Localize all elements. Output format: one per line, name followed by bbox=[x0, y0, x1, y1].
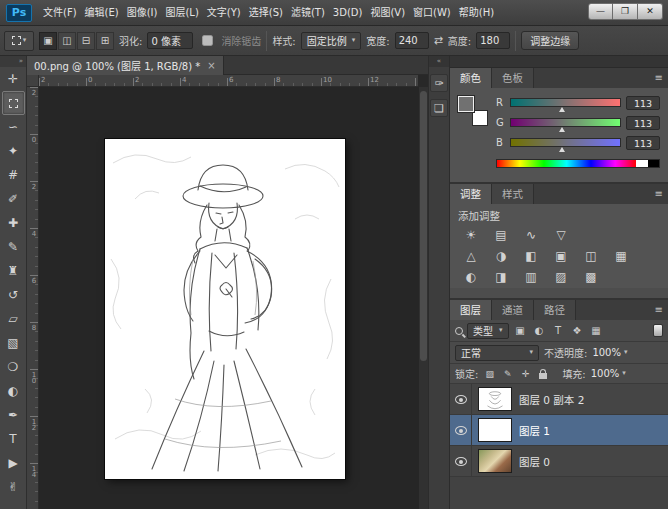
crop-tool[interactable]: # bbox=[2, 163, 25, 187]
menu-filter[interactable]: 滤镜(T) bbox=[287, 0, 329, 25]
menu-layer[interactable]: 图层(L) bbox=[161, 0, 202, 25]
new-selection-button[interactable]: ▣ bbox=[39, 32, 57, 50]
layer-thumbnail[interactable] bbox=[478, 449, 512, 473]
intersect-selection-button[interactable]: ⊞ bbox=[96, 32, 114, 50]
adjustment-photo-filter-icon[interactable]: ◫ bbox=[578, 247, 604, 266]
quick-selection-tool[interactable]: ✦ bbox=[2, 139, 25, 163]
adjustment-exposure-icon[interactable]: ▽ bbox=[548, 226, 574, 245]
adjustment-gradient-map-icon[interactable]: ▨ bbox=[548, 268, 574, 287]
document-canvas[interactable] bbox=[105, 139, 345, 479]
tab-swatches[interactable]: 色板 bbox=[492, 68, 534, 88]
menu-edit[interactable]: 编辑(E) bbox=[81, 0, 123, 25]
visibility-cell[interactable] bbox=[450, 384, 472, 415]
document-tab[interactable]: 00.png @ 100% (图层 1, RGB/8) * × bbox=[27, 56, 224, 75]
layer-row[interactable]: 图层 0 bbox=[450, 446, 668, 477]
blur-tool[interactable]: ❍ bbox=[2, 355, 25, 379]
menu-3d[interactable]: 3D(D) bbox=[329, 0, 367, 25]
eraser-tool[interactable]: ▱ bbox=[2, 307, 25, 331]
adjustment-curves-icon[interactable]: ∿ bbox=[518, 226, 544, 245]
menu-window[interactable]: 窗口(W) bbox=[409, 0, 455, 25]
opacity-control[interactable]: 100% ▾ bbox=[592, 347, 627, 358]
minimize-button[interactable]: — bbox=[588, 3, 613, 20]
red-channel-slider[interactable] bbox=[510, 98, 621, 107]
tool-preset-picker[interactable]: ▾ bbox=[4, 31, 34, 51]
layer-row[interactable]: 图层 0 副本 2 bbox=[450, 384, 668, 415]
style-select[interactable]: 固定比例 ▾ bbox=[301, 32, 362, 50]
lock-position-icon[interactable]: ✛ bbox=[519, 369, 532, 379]
adjustment-brightness-contrast-icon[interactable]: ☀ bbox=[458, 226, 484, 245]
pen-tool[interactable]: ✒ bbox=[2, 403, 25, 427]
maximize-button[interactable]: ❐ bbox=[613, 3, 638, 20]
adjustment-levels-icon[interactable]: ▤ bbox=[488, 226, 514, 245]
tab-styles[interactable]: 样式 bbox=[492, 184, 534, 204]
lock-all-icon[interactable] bbox=[539, 373, 547, 379]
fill-control[interactable]: 100% ▾ bbox=[591, 368, 626, 379]
hand-tool[interactable]: ✌ bbox=[2, 475, 25, 499]
foreground-color-swatch[interactable] bbox=[458, 96, 474, 112]
dodge-tool[interactable]: ◐ bbox=[2, 379, 25, 403]
layer-thumbnail[interactable] bbox=[478, 387, 512, 411]
filter-smart-objects-icon[interactable]: ▦ bbox=[589, 325, 604, 336]
green-channel-slider[interactable] bbox=[510, 118, 621, 127]
menu-select[interactable]: 选择(S) bbox=[245, 0, 287, 25]
adjustment-vibrance-icon[interactable]: △ bbox=[458, 247, 484, 266]
vertical-scrollbar[interactable] bbox=[418, 87, 428, 509]
filter-type-layers-icon[interactable]: T bbox=[551, 325, 566, 336]
lock-pixels-icon[interactable]: ✎ bbox=[501, 369, 514, 379]
brush-panel-icon[interactable]: ✑ bbox=[430, 74, 448, 92]
eyedropper-tool[interactable]: ✐ bbox=[2, 187, 25, 211]
adjustment-color-balance-icon[interactable]: ◧ bbox=[518, 247, 544, 266]
tab-color[interactable]: 颜色 bbox=[450, 68, 492, 88]
clone-stamp-tool[interactable]: ♜ bbox=[2, 259, 25, 283]
adjustment-channel-mixer-icon[interactable]: ▦ bbox=[608, 247, 634, 266]
width-input[interactable] bbox=[395, 32, 429, 49]
layer-filtering-toggle[interactable] bbox=[653, 324, 663, 337]
layer-list-empty-area[interactable] bbox=[450, 477, 668, 509]
move-tool[interactable]: ✛ bbox=[2, 67, 25, 91]
swap-width-height-icon[interactable]: ⇄ bbox=[434, 34, 443, 47]
slider-marker[interactable] bbox=[559, 147, 565, 152]
green-channel-value[interactable]: 113 bbox=[626, 116, 660, 130]
gradient-tool[interactable]: ▧ bbox=[2, 331, 25, 355]
menu-type[interactable]: 文字(Y) bbox=[203, 0, 245, 25]
layer-name[interactable]: 图层 0 副本 2 bbox=[519, 392, 584, 407]
eye-icon[interactable] bbox=[455, 426, 467, 435]
menu-image[interactable]: 图像(I) bbox=[123, 0, 162, 25]
antialias-checkbox[interactable] bbox=[202, 35, 213, 46]
subtract-from-selection-button[interactable]: ⊟ bbox=[77, 32, 95, 50]
adjustment-posterize-icon[interactable]: ◨ bbox=[488, 268, 514, 287]
filter-shape-layers-icon[interactable]: ❖ bbox=[570, 325, 585, 336]
history-brush-tool[interactable]: ↺ bbox=[2, 283, 25, 307]
slider-marker[interactable] bbox=[559, 107, 565, 112]
visibility-cell[interactable] bbox=[450, 446, 472, 477]
adjustment-black-white-icon[interactable]: ▣ bbox=[548, 247, 574, 266]
adjustment-hue-saturation-icon[interactable]: ◑ bbox=[488, 247, 514, 266]
feather-input[interactable] bbox=[147, 32, 193, 49]
visibility-cell[interactable] bbox=[450, 415, 472, 446]
type-tool[interactable]: T bbox=[2, 427, 25, 451]
refine-edge-button[interactable]: 调整边缘 bbox=[521, 31, 579, 50]
dock-expand-button[interactable]: « bbox=[429, 56, 449, 67]
brush-tool[interactable]: ✎ bbox=[2, 235, 25, 259]
path-selection-tool[interactable]: ▶ bbox=[2, 451, 25, 475]
layer-row-selected[interactable]: 图层 1 bbox=[450, 415, 668, 446]
adjustment-selective-color-icon[interactable]: ▩ bbox=[578, 268, 604, 287]
layer-name[interactable]: 图层 0 bbox=[519, 454, 550, 469]
blue-channel-slider[interactable] bbox=[510, 138, 621, 147]
red-channel-value[interactable]: 113 bbox=[626, 96, 660, 110]
clone-source-panel-icon[interactable]: ❏ bbox=[430, 99, 448, 117]
healing-brush-tool[interactable]: ✚ bbox=[2, 211, 25, 235]
panel-menu-icon[interactable]: ≡ bbox=[655, 304, 663, 315]
layer-name[interactable]: 图层 1 bbox=[519, 423, 550, 438]
blue-channel-value[interactable]: 113 bbox=[626, 136, 660, 150]
scrollbar-thumb[interactable] bbox=[420, 91, 427, 361]
panel-menu-icon[interactable]: ≡ bbox=[655, 188, 663, 199]
background-color-swatch[interactable] bbox=[472, 110, 488, 126]
menu-file[interactable]: 文件(F) bbox=[39, 0, 81, 25]
slider-marker[interactable] bbox=[559, 127, 565, 132]
tab-adjustments[interactable]: 调整 bbox=[450, 184, 492, 204]
add-to-selection-button[interactable]: ◫ bbox=[58, 32, 76, 50]
height-input[interactable] bbox=[476, 32, 510, 49]
tab-close-icon[interactable]: × bbox=[207, 60, 215, 71]
tab-layers[interactable]: 图层 bbox=[450, 300, 492, 320]
